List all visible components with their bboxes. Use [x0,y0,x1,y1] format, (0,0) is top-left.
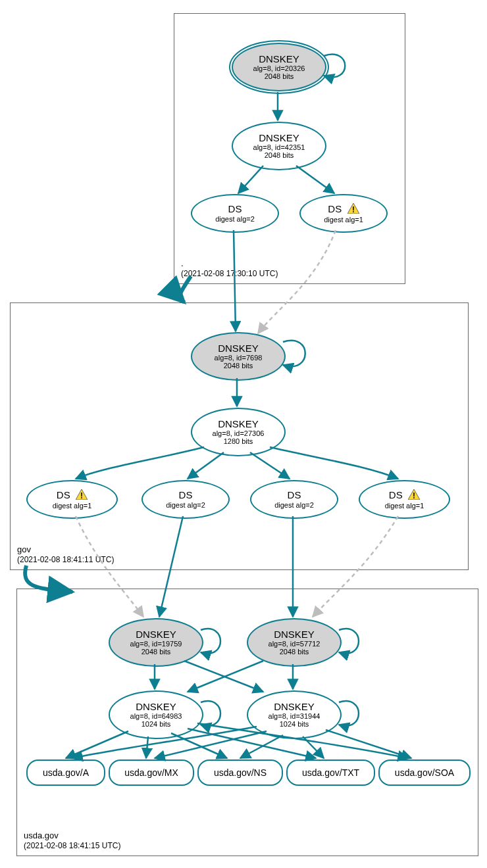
zone-usda-label: usda.gov (2021-02-08 18:41:15 UTC) [24,831,120,852]
label: DS [328,203,342,214]
label: digest alg=2 [215,215,255,223]
node-root-ksk: DNSKEY alg=8, id=20326 2048 bits [232,43,326,91]
label: digest alg=1 [53,502,92,510]
label: digest alg=2 [274,501,314,509]
label: 2048 bits [280,648,309,656]
svg-text:!: ! [80,491,83,500]
label: DS [288,490,301,501]
label: 1024 bits [141,720,171,728]
svg-text:!: ! [413,491,415,500]
label: 2048 bits [224,362,253,370]
label: DS [179,490,193,501]
label: DS [389,489,403,500]
rr-mx: usda.gov/MX [109,760,194,786]
zone-usda: usda.gov (2021-02-08 18:41:15 UTC) [16,589,478,856]
label: DNSKEY [259,54,299,65]
label: alg=8, id=27306 [213,429,265,437]
label: DNSKEY [274,702,315,713]
label: DNSKEY [259,133,299,144]
label: 2048 bits [265,151,294,159]
label: DNSKEY [136,702,176,713]
warning-icon: ! [408,489,420,502]
node-usda-ksk1: DNSKEY alg=8, id=19759 2048 bits [109,618,203,667]
zone-usda-name: usda.gov [24,831,120,842]
zone-root-label: . (2021-02-08 17:30:10 UTC) [181,258,278,279]
node-root-ds1: DS digest alg=2 [191,194,279,233]
svg-text:!: ! [352,205,355,214]
label: DNSKEY [136,629,176,640]
label: alg=8, id=19759 [130,640,182,648]
node-gov-ds1: DS ! digest alg=1 [26,480,118,519]
label: DNSKEY [274,629,315,640]
zone-root-ts: (2021-02-08 17:30:10 UTC) [181,269,278,279]
label: DS [228,204,242,215]
warning-icon: ! [76,489,88,502]
zone-gov-label: gov (2021-02-08 18:41:11 UTC) [17,544,114,566]
node-usda-zsk1: DNSKEY alg=8, id=64983 1024 bits [109,690,203,739]
node-gov-ksk: DNSKEY alg=8, id=7698 2048 bits [191,332,286,381]
label: digest alg=1 [324,216,363,224]
node-root-ds2: DS ! digest alg=1 [299,194,388,233]
label: alg=8, id=64983 [130,712,182,720]
zone-gov-name: gov [17,544,114,556]
zone-gov-ts: (2021-02-08 18:41:11 UTC) [17,555,114,566]
label: digest alg=1 [385,502,424,510]
zone-usda-ts: (2021-02-08 18:41:15 UTC) [24,841,120,852]
label: 1280 bits [224,437,253,445]
rr-soa: usda.gov/SOA [378,760,471,786]
rr-txt: usda.gov/TXT [286,760,375,786]
label: alg=8, id=42351 [253,143,305,151]
rr-ns: usda.gov/NS [197,760,283,786]
zone-root-name: . [181,258,278,270]
label: alg=8, id=7698 [215,354,263,362]
label: alg=8, id=20326 [253,64,305,72]
node-gov-ds3: DS digest alg=2 [250,480,338,519]
label: DNSKEY [218,419,259,430]
node-usda-ksk2: DNSKEY alg=8, id=57712 2048 bits [247,618,342,667]
node-gov-ds2: DS digest alg=2 [141,480,230,519]
label: alg=8, id=57712 [269,640,320,648]
label: DNSKEY [218,343,259,354]
label: alg=8, id=31944 [269,712,320,720]
label: 2048 bits [265,72,294,80]
node-gov-zsk: DNSKEY alg=8, id=27306 1280 bits [191,408,286,456]
warning-icon: ! [347,203,359,216]
node-usda-zsk2: DNSKEY alg=8, id=31944 1024 bits [247,690,342,739]
node-root-zsk: DNSKEY alg=8, id=42351 2048 bits [232,122,326,170]
label: DS [57,489,70,500]
label: digest alg=2 [166,501,205,509]
node-gov-ds4: DS ! digest alg=1 [359,480,450,519]
rr-a: usda.gov/A [26,760,105,786]
label: 1024 bits [280,720,309,728]
label: 2048 bits [141,648,171,656]
